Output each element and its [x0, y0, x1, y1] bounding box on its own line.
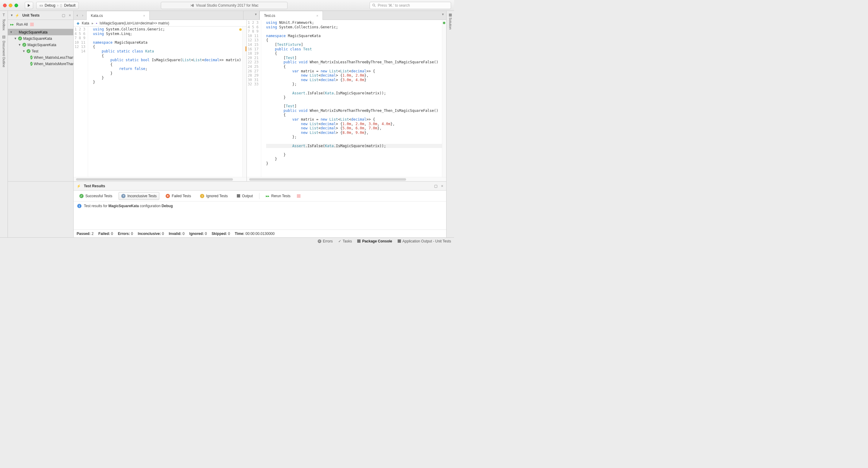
global-search[interactable]: Press '⌘.' to search — [370, 2, 451, 9]
svg-marker-0 — [28, 4, 30, 7]
pass-icon — [22, 43, 26, 47]
close-icon[interactable]: × — [143, 14, 145, 18]
configuration-dropdown[interactable]: ▭ Debug › ▯ Default — [36, 2, 79, 9]
pass-icon — [30, 56, 33, 59]
test-tree: ▼ MagicSquareKata ▼ MagicSquareKata ▼ Ma… — [8, 29, 73, 181]
svg-line-2 — [375, 6, 376, 7]
left-rail: T Toolbox ▤ Document Outline — [0, 11, 8, 237]
stop-tests-icon[interactable] — [297, 194, 301, 198]
toolbox-icon[interactable]: T — [3, 13, 5, 17]
search-placeholder: Press '⌘.' to search — [378, 3, 410, 7]
tree-test-label: When_MatrixIsMoreThanThreeByThree_Then_I… — [34, 62, 73, 66]
editor-right: 1 2 3 4 5 6 7 8 9 10 11 12 13 14 15 16 1… — [247, 20, 446, 181]
info-icon: i — [77, 204, 82, 208]
failed-tests-filter[interactable]: ✕ Failed Tests — [163, 192, 194, 200]
right-editor-dropdown-icon[interactable]: ▼ — [441, 13, 444, 16]
status-package-console[interactable]: Package Console — [357, 239, 392, 243]
close-window-icon[interactable] — [3, 4, 7, 7]
tree-root-label: MagicSquareKata — [19, 30, 48, 34]
info-project: MagicSquareKata — [108, 204, 139, 208]
nav-forward-icon[interactable]: › — [82, 13, 83, 18]
successful-tests-filter[interactable]: ✓ Successful Tests — [76, 192, 115, 200]
test-results-info: i Test results for MagicSquareKata confi… — [73, 201, 446, 210]
minimize-window-icon[interactable] — [9, 4, 12, 7]
gutter-left: 1 2 3 4 5 6 7 8 9 10 11 12 13 14 — [73, 27, 88, 177]
test-results-summary: Passed: 2 Failed: 0 Errors: 0 Inconclusi… — [73, 230, 446, 237]
toolbox-pad-button[interactable]: Toolbox — [2, 19, 6, 30]
editor-right-hscroll[interactable] — [247, 177, 446, 181]
status-tasks[interactable]: ✓ Tasks — [338, 239, 352, 243]
editor-area: ‹ › Kata.cs × ▼ Test.cs × ▼ ◆ Kata — [73, 11, 446, 181]
run-button[interactable] — [25, 2, 33, 9]
class-icon: ◆ — [76, 21, 79, 25]
stop-tests-icon[interactable] — [30, 23, 34, 26]
output-filter[interactable]: Output — [234, 192, 255, 200]
document-outline-pad-button[interactable]: Document Outline — [2, 41, 6, 67]
panel-close-icon[interactable]: × — [441, 184, 443, 188]
nav-arrows: ‹ › — [73, 11, 86, 20]
breadcrumb[interactable]: ◆ Kata ▸ ▪ IsMagicSquare(List<List<decim… — [73, 20, 247, 27]
run-all-button[interactable]: Run All — [16, 22, 28, 27]
tree-test-label: When_MatrixIsLessThanThreeByThree_Then_I… — [34, 56, 73, 60]
panel-close-icon[interactable]: × — [69, 13, 71, 18]
tree-node-fixture[interactable]: ▼ Test — [8, 48, 73, 54]
tab-label: Kata.cs — [91, 13, 103, 18]
panel-undock-icon[interactable]: ▢ — [434, 184, 437, 188]
run-all-row: ▸▸ Run All — [8, 20, 73, 29]
status-app-output[interactable]: Application Output - Unit Tests — [398, 239, 451, 243]
window-controls — [3, 4, 18, 7]
tree-root[interactable]: ▼ MagicSquareKata — [8, 29, 73, 35]
pass-icon — [27, 49, 30, 53]
tree-node-assembly[interactable]: ▼ MagicSquareKata — [8, 35, 73, 42]
gutter-right: 1 2 3 4 5 6 7 8 9 10 11 12 13 14 15 16 1… — [247, 20, 261, 177]
close-icon[interactable]: × — [316, 14, 318, 18]
chevron-down-icon[interactable]: ▼ — [10, 13, 13, 17]
code-left[interactable]: 1 2 3 4 5 6 7 8 9 10 11 12 13 14 using S… — [73, 27, 247, 177]
tab-test[interactable]: Test.cs × — [259, 11, 323, 20]
tree-test-1[interactable]: When_MatrixIsLessThanThreeByThree_Then_I… — [8, 54, 73, 61]
tree-node-namespace[interactable]: ▼ MagicSquareKata — [8, 42, 73, 48]
ignored-tests-filter[interactable]: ! Ignored Tests — [197, 192, 230, 200]
editor-left: ◆ Kata ▸ ▪ IsMagicSquare(List<List<decim… — [73, 20, 247, 181]
panel-undock-icon[interactable]: ▢ — [62, 13, 65, 18]
test-results-panel: Test Results ▢ × ✓ Successful Tests ? In… — [73, 181, 446, 237]
bolt-icon — [15, 13, 21, 18]
solution-pad-button[interactable]: Solution — [448, 18, 452, 30]
tab-strip: ‹ › Kata.cs × ▼ Test.cs × ▼ — [73, 11, 446, 20]
tabs-left-group: Kata.cs × — [86, 11, 243, 20]
solution-icon[interactable]: ▦ — [448, 13, 452, 17]
code-text-right[interactable]: using NUnit.Framework; using System.Coll… — [265, 20, 446, 177]
svg-point-1 — [373, 4, 375, 6]
test-results-title: Test Results — [84, 184, 105, 188]
editor-left-hscroll[interactable] — [73, 177, 247, 181]
tree-node-label: MagicSquareKata — [27, 43, 56, 47]
tabs-right-group: Test.cs × — [259, 11, 438, 20]
filter-label: Output — [242, 194, 253, 198]
unit-tests-title: Unit Tests — [22, 13, 39, 18]
bolt-icon — [76, 184, 82, 188]
nav-back-icon[interactable]: ‹ — [76, 13, 78, 18]
tab-label: Test.cs — [264, 13, 275, 18]
code-text-left[interactable]: using System.Collections.Generic; using … — [92, 27, 247, 177]
tab-kata[interactable]: Kata.cs × — [86, 11, 150, 20]
tree-node-label: Test — [32, 49, 38, 54]
code-right[interactable]: 1 2 3 4 5 6 7 8 9 10 11 12 13 14 15 16 1… — [247, 20, 446, 177]
target-icon: ▯ — [60, 3, 62, 7]
document-outline-icon[interactable]: ▤ — [2, 35, 5, 39]
warning-marker-icon — [245, 46, 247, 51]
target-label: Default — [64, 3, 75, 7]
failed-icon: ✕ — [166, 194, 170, 198]
left-editor-dropdown-icon[interactable]: ▼ — [254, 13, 257, 16]
inconclusive-tests-filter[interactable]: ? Inconclusive Tests — [119, 192, 159, 200]
vs-logo-icon — [190, 3, 194, 7]
title-center: Visual Studio Community 2017 for Mac — [82, 2, 367, 9]
output-icon — [237, 194, 240, 198]
success-icon: ✓ — [79, 194, 84, 198]
rerun-tests-button[interactable]: ▸▸ Rerun Tests — [263, 192, 293, 200]
tree-test-2[interactable]: When_MatrixIsMoreThanThreeByThree_Then_I… — [8, 61, 73, 67]
ignored-icon: ! — [200, 194, 204, 198]
test-group-icon — [14, 30, 18, 34]
run-all-icon[interactable]: ▸▸ — [10, 22, 14, 27]
status-errors[interactable]: ✕ Errors — [318, 239, 333, 243]
zoom-window-icon[interactable] — [14, 4, 18, 7]
